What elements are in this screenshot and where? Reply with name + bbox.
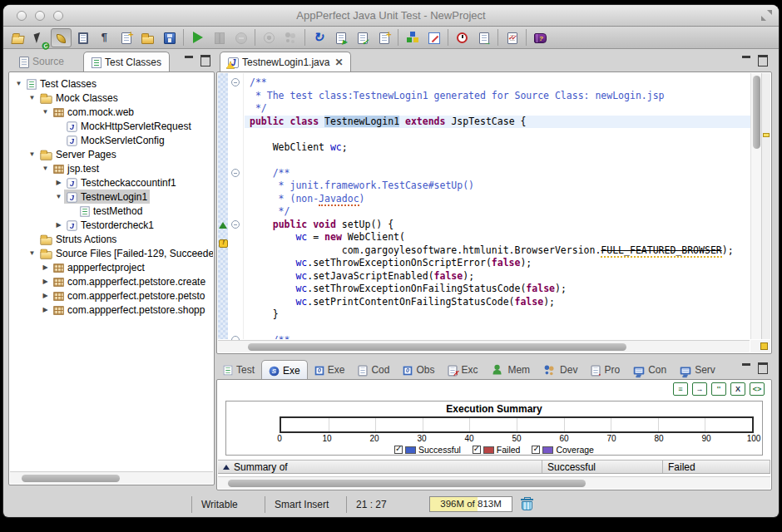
tree-expander[interactable]: ▶ — [53, 179, 64, 186]
minimize-panel-icon[interactable] — [742, 362, 751, 372]
results-tab-cod-3[interactable]: Cod — [351, 360, 396, 380]
new-test-icon[interactable] — [374, 28, 394, 47]
format-icon[interactable] — [94, 28, 115, 47]
garbage-collector-button[interactable] — [521, 497, 533, 511]
save-icon[interactable] — [159, 28, 180, 47]
scrollbar-thumb[interactable] — [248, 343, 626, 351]
results-checklist-icon[interactable] — [502, 28, 522, 47]
legend-checkbox[interactable] — [394, 446, 403, 454]
schedule-icon[interactable] — [452, 28, 473, 47]
scrollbar-thumb[interactable] — [753, 76, 760, 149]
tree-expander[interactable]: ▶ — [53, 221, 64, 229]
results-hscrollbar[interactable] — [218, 476, 770, 489]
navigator-hscrollbar[interactable] — [10, 471, 213, 484]
tree-expander[interactable]: ▼ — [27, 249, 37, 257]
tab-test-classes[interactable]: Test Classes — [83, 52, 170, 71]
results-tab-exe-1[interactable]: Exe — [261, 360, 308, 380]
export-excel-report-icon[interactable]: X — [730, 382, 745, 396]
navigator-panel: Test ClassesSource ▼Test Classes▼Mock Cl… — [8, 50, 215, 485]
legend-checkbox[interactable] — [532, 446, 540, 454]
results-tab-mem-6[interactable]: Mem — [484, 360, 537, 380]
results-tab-exc-5[interactable]: Exc — [441, 360, 484, 380]
resize-icon[interactable] — [761, 10, 772, 21]
tree-expander[interactable]: ▶ — [40, 292, 51, 299]
export-icon[interactable] — [473, 28, 494, 47]
results-tab-obs-4[interactable]: Obs — [396, 360, 441, 380]
edit-icon[interactable] — [423, 28, 444, 47]
tree-expander[interactable]: ▶ — [40, 264, 51, 271]
run-icon[interactable] — [187, 28, 208, 47]
tree-item[interactable]: ▼Server Pages — [10, 147, 213, 161]
editor-vscrollbar[interactable] — [750, 73, 761, 339]
tree-item[interactable]: ▼jsp.test — [10, 161, 213, 175]
maximize-panel-icon[interactable] — [200, 55, 210, 64]
run-tests-icon[interactable] — [330, 28, 351, 47]
editor-tab[interactable]: TestnewLogin1.java ✕ — [220, 52, 351, 71]
editor-hscrollbar[interactable] — [218, 340, 750, 352]
close-tab-icon[interactable]: ✕ — [334, 57, 343, 68]
tree-item[interactable]: testMethod — [10, 204, 213, 218]
tree-expander[interactable]: ▶ — [40, 278, 51, 285]
results-tab-test-0[interactable]: Test — [216, 360, 261, 380]
tree-item[interactable]: ▼TestnewLogin1 — [10, 190, 213, 204]
new-file-icon[interactable] — [116, 28, 136, 47]
minimize-panel-icon[interactable] — [742, 55, 751, 64]
help-book-icon[interactable] — [530, 28, 551, 47]
tree-item[interactable]: ▶Testcheckaccountinf1 — [10, 175, 213, 190]
maximize-panel-icon[interactable] — [758, 362, 767, 372]
legend-checkbox[interactable] — [473, 446, 481, 454]
components-icon[interactable] — [402, 28, 423, 47]
results-tab-serv-10[interactable]: Serv — [673, 360, 722, 380]
code-editor[interactable]: /** * The test class:TestnewLogin1 gener… — [245, 73, 750, 339]
close-window-button[interactable] — [17, 11, 27, 21]
zoom-window-button[interactable] — [53, 11, 63, 21]
minimize-window-button[interactable] — [35, 11, 45, 21]
tree-expander[interactable]: ▼ — [40, 165, 51, 172]
tree-item[interactable]: ▶Testordercheck1 — [10, 218, 213, 232]
results-tab-dev-7[interactable]: Dev — [537, 360, 584, 380]
tree-item[interactable]: Struts Actions — [10, 232, 213, 246]
tree-item[interactable]: ▼Mock Classes — [10, 91, 213, 105]
results-tab-con-9[interactable]: Con — [626, 360, 673, 380]
column-header-failed[interactable]: Failed — [663, 461, 770, 473]
record-script-icon[interactable] — [29, 28, 50, 47]
tree-item[interactable]: ▼Test Classes — [10, 76, 213, 91]
maximize-panel-icon[interactable] — [758, 55, 767, 64]
tree-expander[interactable]: ▼ — [40, 108, 51, 116]
tree-item[interactable]: MockServletConfig — [10, 133, 213, 147]
tree-item[interactable]: MockHttpServletRequest — [10, 119, 213, 133]
minimize-panel-icon[interactable] — [185, 55, 194, 64]
tree-item[interactable]: ▶com.appperfect.petstore.shopp — [10, 303, 213, 317]
paint-icon[interactable] — [51, 28, 72, 47]
tree-item[interactable]: ▶appperfectproject — [10, 260, 213, 274]
tab-source[interactable]: Source — [12, 52, 72, 71]
open-project-icon[interactable] — [7, 28, 28, 47]
scrollbar-thumb[interactable] — [228, 480, 586, 487]
tree-expander[interactable]: ▼ — [27, 94, 37, 101]
refresh-icon[interactable] — [309, 28, 329, 47]
fold-marker[interactable] — [231, 220, 240, 229]
column-header-successful[interactable]: Successful — [542, 461, 663, 473]
fold-marker[interactable] — [231, 78, 240, 86]
tree-expander[interactable]: ▼ — [27, 150, 37, 158]
warning-marker[interactable] — [763, 133, 770, 137]
export-xml-report-icon[interactable]: <> — [750, 382, 765, 396]
export-html-report-icon[interactable]: ≡ — [673, 382, 688, 396]
tree-item[interactable]: ▶com.appperfect.petstore.petsto — [10, 288, 213, 303]
results-tab-pro-8[interactable]: Pro — [584, 360, 626, 380]
tree-item[interactable]: ▶com.appperfect.petstore.create — [10, 274, 213, 288]
tree-item[interactable]: ▼com.mock.web — [10, 105, 213, 119]
export-csv-report-icon[interactable]: '' — [711, 382, 726, 396]
results-tab-exe-2[interactable]: Exe — [308, 360, 352, 380]
export-pdf-report-icon[interactable]: → — [692, 382, 707, 396]
tree-expander[interactable]: ▶ — [40, 306, 51, 313]
column-header-summary-of[interactable]: Summary of — [218, 461, 542, 473]
tree-item[interactable]: ▼Source Files [Failed-129, Succeede — [10, 246, 213, 260]
validate-tests-icon[interactable] — [352, 28, 373, 47]
scrollbar-thumb[interactable] — [22, 475, 120, 482]
open-file-icon[interactable] — [137, 28, 158, 47]
tree-expander[interactable]: ▼ — [13, 80, 24, 87]
tree-expander[interactable]: ▼ — [53, 193, 64, 200]
fold-marker[interactable] — [231, 169, 240, 177]
view-report-icon[interactable] — [72, 28, 93, 47]
